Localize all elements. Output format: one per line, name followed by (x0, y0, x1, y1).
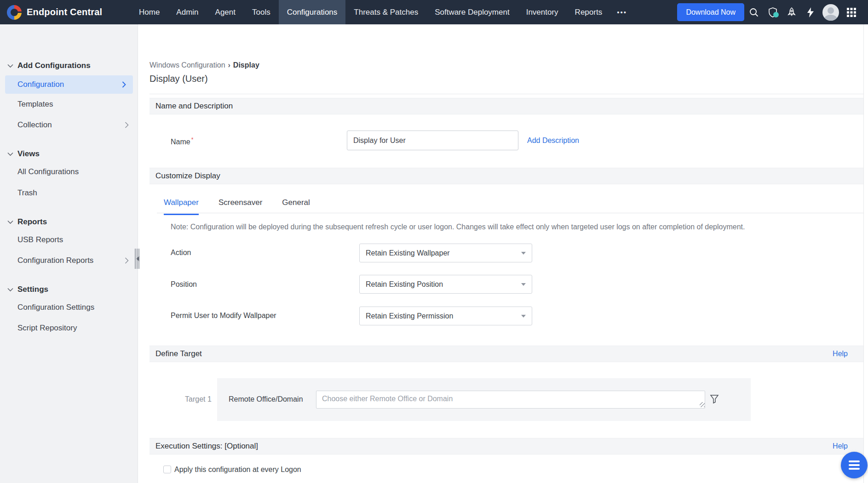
action-dropdown[interactable]: Retain Existing Wallpaper (359, 244, 532, 262)
position-label: Position (171, 280, 197, 289)
chevron-down-icon (7, 64, 13, 68)
sidebar-item-label: Collection (17, 120, 52, 130)
breadcrumb: Windows Configuration › Display (149, 61, 259, 69)
shield-status-dot (773, 12, 779, 17)
chevron-down-icon (7, 152, 13, 156)
dropdown-caret-icon (521, 283, 526, 286)
chevron-down-icon (7, 220, 13, 224)
nav-more-menu[interactable]: ••• (610, 0, 633, 24)
main-content: Windows Configuration › Display Display … (138, 24, 868, 483)
endpoint-central-logo-icon (7, 5, 22, 20)
sidebar-collapse-handle[interactable] (135, 248, 142, 269)
target-number-label: Target 1 (185, 395, 212, 403)
user-avatar[interactable] (822, 4, 839, 21)
nav-item-reports[interactable]: Reports (567, 0, 611, 24)
floating-menu-button[interactable] (841, 452, 868, 478)
breadcrumb-current: Display (233, 61, 259, 69)
nav-item-threats-patches[interactable]: Threats & Patches (345, 0, 426, 24)
section-title: Define Target (155, 349, 202, 358)
lightning-icon[interactable] (801, 0, 820, 24)
dropdown-caret-icon (521, 315, 526, 318)
sidebar-item-label: Trash (17, 188, 37, 198)
sidebar-item-trash[interactable]: Trash (0, 184, 138, 202)
required-asterisk: * (191, 136, 194, 143)
nav-item-tools[interactable]: Tools (244, 0, 279, 24)
breadcrumb-separator: › (228, 61, 230, 69)
nav-item-software-deployment[interactable]: Software Deployment (426, 0, 518, 24)
section-title: Customize Display (155, 171, 220, 181)
brand[interactable]: Endpoint Central (0, 0, 115, 24)
sidebar-section-views[interactable]: Views (0, 145, 138, 163)
collapse-arrow-icon (136, 256, 139, 261)
add-description-link[interactable]: Add Description (527, 136, 579, 145)
nav-item-home[interactable]: Home (131, 0, 168, 24)
customize-tabs: Wallpaper Screensaver General (164, 198, 310, 215)
remote-office-domain-input[interactable] (316, 391, 705, 409)
remote-office-domain-label: Remote Office/Domain (229, 395, 303, 403)
sidebar-section-reports[interactable]: Reports (0, 213, 138, 231)
position-dropdown[interactable]: Retain Existing Position (359, 275, 532, 294)
chevron-down-icon (7, 288, 13, 292)
nav-item-admin[interactable]: Admin (168, 0, 207, 24)
sidebar-item-label: Configuration (17, 80, 64, 89)
section-name-description: Name and Description (149, 98, 864, 114)
sidebar-item-label: Configuration Reports (17, 256, 93, 265)
sidebar-item-configuration-settings[interactable]: Configuration Settings (0, 298, 138, 317)
chevron-right-icon (125, 257, 129, 266)
sidebar: Add Configurations Configuration Templat… (0, 24, 138, 483)
download-now-button[interactable]: Download Now (677, 3, 744, 21)
chevron-right-icon (125, 122, 129, 130)
tab-wallpaper[interactable]: Wallpaper (164, 198, 199, 215)
sidebar-item-label: Script Repository (17, 324, 77, 333)
primary-nav: Home Admin Agent Tools Configurations Th… (131, 0, 633, 24)
apps-grid-icon[interactable] (842, 0, 861, 24)
permit-modify-label: Permit User to Modify Wallpaper (171, 312, 276, 320)
sidebar-item-templates[interactable]: Templates (0, 95, 138, 114)
nav-item-agent[interactable]: Agent (207, 0, 244, 24)
sidebar-item-all-configurations[interactable]: All Configurations (0, 163, 138, 181)
sidebar-item-configuration-reports[interactable]: Configuration Reports (0, 251, 138, 270)
sidebar-section-add-configurations[interactable]: Add Configurations (0, 57, 138, 75)
sidebar-section-settings[interactable]: Settings (0, 280, 138, 299)
avatar-head (828, 7, 834, 14)
shield-security-icon[interactable] (763, 0, 782, 24)
apply-every-logon-label[interactable]: Apply this configuration at every Logon (174, 466, 301, 474)
permit-modify-dropdown-value: Retain Existing Permission (366, 312, 453, 320)
tab-screensaver[interactable]: Screensaver (218, 198, 262, 215)
sidebar-section-title: Reports (17, 217, 47, 227)
action-dropdown-value: Retain Existing Wallpaper (366, 249, 450, 257)
apply-every-logon-checkbox[interactable] (163, 466, 171, 473)
name-input[interactable] (347, 131, 518, 150)
tab-general[interactable]: General (282, 198, 310, 215)
dropdown-caret-icon (521, 252, 526, 255)
name-label: Name* (171, 136, 193, 146)
brand-name: Endpoint Central (27, 7, 102, 17)
sidebar-section-title: Views (17, 149, 40, 159)
sidebar-item-label: All Configurations (17, 167, 79, 176)
position-dropdown-value: Retain Existing Position (366, 280, 443, 289)
section-execution-settings: Execution Settings: [Optional] Help (149, 438, 864, 455)
page-title: Display (User) (149, 74, 208, 84)
sidebar-item-configuration[interactable]: Configuration (5, 75, 133, 94)
sidebar-item-label: Configuration Settings (17, 303, 94, 312)
action-label: Action (171, 249, 191, 257)
filter-funnel-icon[interactable] (710, 394, 719, 406)
avatar-body (824, 15, 837, 21)
section-title: Execution Settings: [Optional] (155, 442, 258, 451)
breadcrumb-parent[interactable]: Windows Configuration (149, 61, 225, 69)
permit-modify-dropdown[interactable]: Retain Existing Permission (359, 307, 532, 325)
sidebar-item-usb-reports[interactable]: USB Reports (0, 231, 138, 249)
nav-item-configurations[interactable]: Configurations (279, 0, 346, 24)
endpoint-central-app: Endpoint Central Home Admin Agent Tools … (0, 0, 868, 483)
define-target-help-link[interactable]: Help (833, 350, 848, 358)
textarea-resize-grip[interactable] (700, 402, 705, 407)
sidebar-item-label: Templates (17, 100, 53, 109)
execution-settings-help-link[interactable]: Help (833, 442, 848, 450)
hamburger-icon (849, 460, 860, 462)
deployment-note: Note: Configuration will be deployed dur… (171, 223, 745, 231)
rocket-icon[interactable] (782, 0, 801, 24)
sidebar-item-script-repository[interactable]: Script Repository (0, 319, 138, 337)
nav-item-inventory[interactable]: Inventory (518, 0, 567, 24)
sidebar-item-collection[interactable]: Collection (0, 116, 138, 134)
search-icon[interactable] (744, 0, 763, 24)
